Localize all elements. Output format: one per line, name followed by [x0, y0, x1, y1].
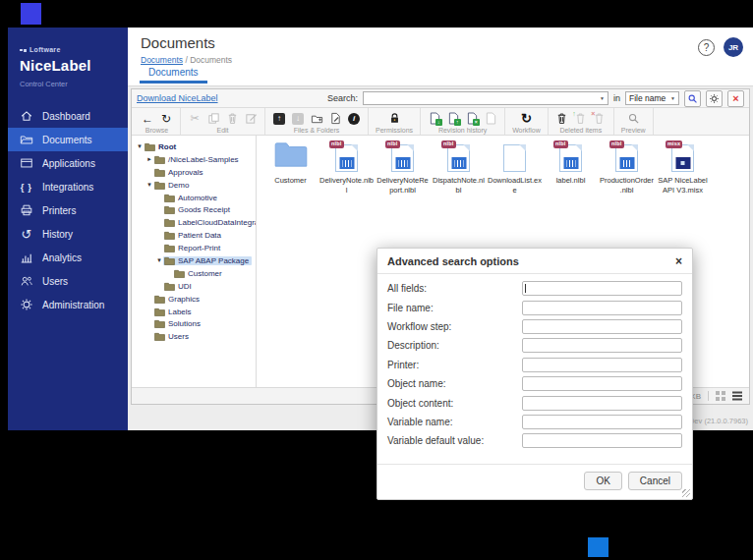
clear-search-button[interactable]: × [727, 90, 744, 107]
grid-view-icon[interactable] [716, 391, 725, 401]
file-item-productionorder-nlbl[interactable]: nlblProductionOrder.nlbl [599, 141, 655, 196]
copy-icon[interactable] [206, 112, 220, 126]
help-icon[interactable]: ? [698, 39, 715, 56]
tree-item-approvals[interactable]: Approvals [134, 166, 256, 179]
search-input[interactable] [364, 93, 597, 104]
file-item-downloadlist-exe[interactable]: DownloadList.exe [487, 141, 543, 196]
resize-handle[interactable] [682, 489, 690, 497]
back-icon[interactable]: ← [141, 112, 154, 126]
screen: Loftware NiceLabel Control Center Dashbo… [0, 0, 753, 560]
file-info-icon[interactable]: i [347, 112, 361, 126]
document-icon: nlbl [335, 144, 358, 172]
sidebar-item-printers[interactable]: Printers [8, 198, 128, 222]
list-view-icon[interactable] [732, 391, 742, 401]
toolbar-group-browse: ←↻Browse [134, 108, 181, 135]
tree-item-automotive[interactable]: Automotive [134, 192, 256, 204]
tree-item-customer[interactable]: Customer [134, 267, 256, 280]
tree-item-udi[interactable]: UDI [134, 280, 256, 293]
document-icon: nlbl [447, 144, 470, 172]
tree-item-root[interactable]: ▾Root [134, 140, 256, 153]
field-input-file-name[interactable] [522, 301, 682, 315]
refresh-icon[interactable]: ↻ [159, 112, 173, 126]
file-name-label: DownloadList.exe [488, 176, 543, 196]
cancel-button[interactable]: Cancel [628, 472, 682, 490]
field-input-object-name[interactable] [522, 376, 682, 391]
field-input-variable-name[interactable] [522, 415, 682, 429]
sidebar-item-applications[interactable]: Applications [8, 151, 128, 175]
tree-item-report-print[interactable]: Report-Print [134, 242, 256, 254]
upload-icon[interactable]: ↑ [272, 112, 286, 126]
new-folder-icon[interactable] [310, 112, 323, 126]
tree-item-labelclouddataintegration[interactable]: LabelCloudDataIntegration [134, 216, 256, 229]
tree-item-goods-receipt[interactable]: Goods Receipt [134, 203, 256, 216]
sidebar-item-label: Administration [42, 300, 104, 310]
avatar[interactable]: JR [724, 37, 743, 57]
revision-history-disabled-icon[interactable] [484, 112, 497, 126]
tree-item-sap-abap-package[interactable]: ▾SAP ABAP Package [134, 254, 256, 267]
close-icon[interactable]: × [675, 255, 682, 267]
delete-icon[interactable] [225, 112, 239, 126]
file-item-label-nlbl[interactable]: nlbllabel.nlbl [543, 141, 599, 196]
chevron-down-icon[interactable]: ▼ [597, 95, 608, 101]
tree-item-solutions[interactable]: Solutions [134, 317, 256, 330]
check-in-icon[interactable]: ↓ [428, 112, 441, 126]
barcode-icon [451, 157, 466, 169]
advanced-search-modal: Advanced search options × All fields:Fil… [376, 248, 693, 500]
preview-magnifier-icon[interactable] [626, 112, 640, 126]
tree-item-demo[interactable]: ▾Demo [134, 179, 256, 192]
sidebar-item-administration[interactable]: Administration [8, 293, 128, 316]
field-label-object-content: Object content: [387, 398, 522, 409]
purge-disabled-icon[interactable]: × [593, 112, 607, 126]
deleted-items-trash-icon[interactable] [555, 112, 569, 126]
file-item-customer[interactable]: Customer [262, 141, 319, 196]
tree-expander[interactable]: ▾ [145, 181, 153, 189]
field-input-all-fields[interactable] [522, 281, 682, 296]
toolbar-group-edit: ✂Edit [181, 108, 265, 135]
field-input-workflow-step[interactable] [522, 319, 682, 334]
sidebar-item-integrations[interactable]: { }Integrations [8, 175, 128, 198]
workflow-icon[interactable]: ↻ [519, 112, 533, 126]
toolbar-group-label: Deleted items [555, 127, 607, 134]
download-disabled-icon[interactable]: ↓ [291, 112, 305, 126]
edit-icon[interactable] [244, 112, 258, 126]
search-button[interactable] [684, 90, 701, 107]
file-item-deliverynotereport-nlbl[interactable]: nlblDeliveryNoteReport.nlbl [375, 141, 431, 196]
file-item-dispatchnote-nlbl[interactable]: nlblDispatchNote.nlbl [431, 141, 487, 196]
file-item-deliverynote-nlbl[interactable]: nlblDeliveryNote.nlbl [319, 141, 375, 196]
ok-button[interactable]: OK [584, 472, 621, 490]
sidebar-item-documents[interactable]: Documents [8, 128, 128, 151]
field-input-description[interactable] [522, 338, 682, 353]
tree-expander[interactable]: ▾ [155, 256, 163, 264]
tree-item-patient-data[interactable]: Patient Data [134, 229, 256, 242]
tree-item-labels[interactable]: Labels [134, 306, 256, 318]
undo-checkout-icon[interactable]: × [465, 112, 479, 126]
tree-item-nicelabel-samples[interactable]: ▸/NiceLabel-Samples [134, 153, 256, 166]
modal-field-row: Variable name: [387, 413, 682, 431]
field-input-variable-default-value[interactable] [522, 433, 682, 448]
check-out-icon[interactable]: ↑ [446, 112, 460, 126]
search-field-select[interactable]: File name ▼ [625, 91, 679, 105]
brand-name: Loftware [29, 46, 61, 53]
restore-disabled-icon[interactable]: ↑ [574, 112, 588, 126]
sidebar-item-history[interactable]: ↺History [8, 222, 128, 246]
tree-expander[interactable]: ▾ [136, 142, 144, 150]
rename-file-icon[interactable] [328, 112, 342, 126]
lock-icon[interactable] [387, 112, 401, 126]
field-input-object-content[interactable] [522, 396, 682, 411]
file-item-sap-nicelabel-api-v3-misx[interactable]: misxSAP NiceLabel API V3.misx [655, 141, 711, 196]
tree-item-users[interactable]: Users [134, 330, 256, 343]
breadcrumb-link[interactable]: Documents [141, 55, 183, 65]
file-name-label: ProductionOrder.nlbl [600, 176, 655, 196]
sidebar-item-analytics[interactable]: Analytics [8, 246, 128, 269]
sidebar-item-label: Documents [42, 135, 92, 145]
tree-expander[interactable]: ▸ [145, 155, 153, 163]
advanced-search-gear-button[interactable] [706, 90, 723, 107]
loftware-logo-icon [20, 49, 27, 52]
download-nicelabel-link[interactable]: Download NiceLabel [137, 93, 218, 103]
field-input-printer[interactable] [522, 358, 682, 372]
sidebar-item-dashboard[interactable]: Dashboard [8, 104, 128, 128]
tree-item-graphics[interactable]: Graphics [134, 293, 256, 306]
sidebar-item-users[interactable]: Users [8, 269, 128, 293]
cut-icon[interactable]: ✂ [188, 112, 202, 126]
file-name-label: Customer [274, 176, 307, 186]
